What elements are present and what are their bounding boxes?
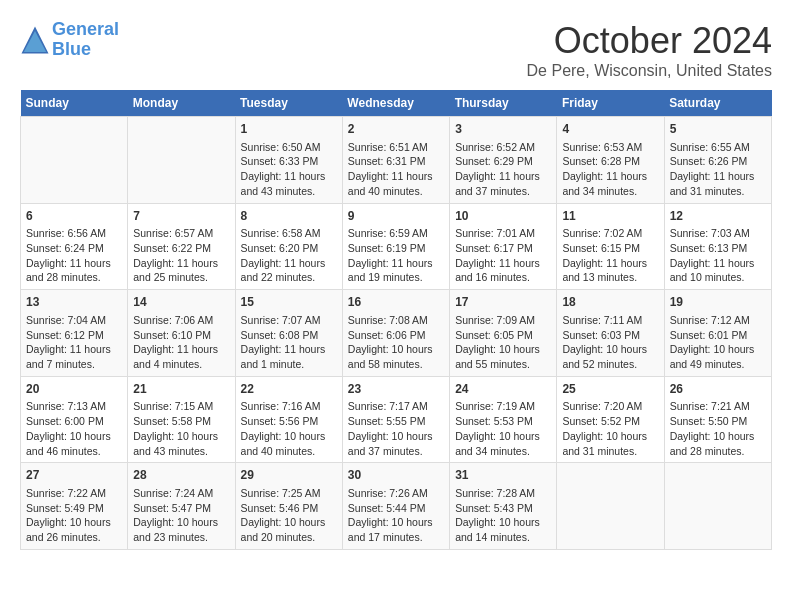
day-number: 15 [241, 294, 337, 311]
day-info: Daylight: 10 hours and 20 minutes. [241, 515, 337, 544]
week-row-3: 13Sunrise: 7:04 AMSunset: 6:12 PMDayligh… [21, 290, 772, 377]
calendar-cell: 12Sunrise: 7:03 AMSunset: 6:13 PMDayligh… [664, 203, 771, 290]
day-info: Sunrise: 6:55 AM [670, 140, 766, 155]
day-info: Sunset: 5:52 PM [562, 414, 658, 429]
day-info: Sunrise: 6:56 AM [26, 226, 122, 241]
day-info: Sunset: 6:20 PM [241, 241, 337, 256]
day-info: Daylight: 11 hours and 34 minutes. [562, 169, 658, 198]
calendar-cell: 8Sunrise: 6:58 AMSunset: 6:20 PMDaylight… [235, 203, 342, 290]
day-info: Sunrise: 7:15 AM [133, 399, 229, 414]
day-info: Sunrise: 6:57 AM [133, 226, 229, 241]
day-number: 1 [241, 121, 337, 138]
day-number: 16 [348, 294, 444, 311]
week-row-5: 27Sunrise: 7:22 AMSunset: 5:49 PMDayligh… [21, 463, 772, 550]
calendar-cell: 26Sunrise: 7:21 AMSunset: 5:50 PMDayligh… [664, 376, 771, 463]
day-info: Sunset: 6:24 PM [26, 241, 122, 256]
week-row-1: 1Sunrise: 6:50 AMSunset: 6:33 PMDaylight… [21, 117, 772, 204]
day-number: 7 [133, 208, 229, 225]
day-header-sunday: Sunday [21, 90, 128, 117]
day-number: 28 [133, 467, 229, 484]
calendar-cell: 13Sunrise: 7:04 AMSunset: 6:12 PMDayligh… [21, 290, 128, 377]
day-info: Sunrise: 7:22 AM [26, 486, 122, 501]
day-info: Sunrise: 7:04 AM [26, 313, 122, 328]
calendar-cell [128, 117, 235, 204]
day-info: Sunrise: 7:01 AM [455, 226, 551, 241]
day-info: Daylight: 11 hours and 13 minutes. [562, 256, 658, 285]
calendar-cell [557, 463, 664, 550]
day-info: Sunrise: 7:21 AM [670, 399, 766, 414]
day-info: Sunrise: 7:12 AM [670, 313, 766, 328]
day-info: Sunset: 6:28 PM [562, 154, 658, 169]
day-info: Sunset: 6:19 PM [348, 241, 444, 256]
logo-text: General Blue [52, 20, 119, 60]
day-number: 2 [348, 121, 444, 138]
day-info: Sunset: 5:50 PM [670, 414, 766, 429]
calendar-cell: 16Sunrise: 7:08 AMSunset: 6:06 PMDayligh… [342, 290, 449, 377]
calendar-cell: 28Sunrise: 7:24 AMSunset: 5:47 PMDayligh… [128, 463, 235, 550]
day-number: 29 [241, 467, 337, 484]
day-info: Sunrise: 7:25 AM [241, 486, 337, 501]
location: De Pere, Wisconsin, United States [527, 62, 772, 80]
day-info: Sunset: 6:15 PM [562, 241, 658, 256]
day-info: Daylight: 10 hours and 40 minutes. [241, 429, 337, 458]
day-info: Sunrise: 7:13 AM [26, 399, 122, 414]
calendar-cell: 18Sunrise: 7:11 AMSunset: 6:03 PMDayligh… [557, 290, 664, 377]
day-number: 30 [348, 467, 444, 484]
day-info: Daylight: 11 hours and 7 minutes. [26, 342, 122, 371]
day-info: Sunrise: 7:17 AM [348, 399, 444, 414]
day-number: 23 [348, 381, 444, 398]
day-number: 21 [133, 381, 229, 398]
day-number: 24 [455, 381, 551, 398]
day-info: Daylight: 11 hours and 19 minutes. [348, 256, 444, 285]
day-info: Sunrise: 6:58 AM [241, 226, 337, 241]
day-info: Daylight: 11 hours and 22 minutes. [241, 256, 337, 285]
day-info: Daylight: 10 hours and 14 minutes. [455, 515, 551, 544]
day-info: Sunset: 5:55 PM [348, 414, 444, 429]
day-info: Sunset: 6:22 PM [133, 241, 229, 256]
calendar-cell: 3Sunrise: 6:52 AMSunset: 6:29 PMDaylight… [450, 117, 557, 204]
day-info: Sunrise: 7:03 AM [670, 226, 766, 241]
svg-marker-1 [24, 31, 47, 52]
day-info: Sunset: 6:10 PM [133, 328, 229, 343]
calendar-table: SundayMondayTuesdayWednesdayThursdayFrid… [20, 90, 772, 550]
day-number: 11 [562, 208, 658, 225]
day-info: Daylight: 11 hours and 10 minutes. [670, 256, 766, 285]
day-info: Sunset: 6:06 PM [348, 328, 444, 343]
calendar-cell: 29Sunrise: 7:25 AMSunset: 5:46 PMDayligh… [235, 463, 342, 550]
day-info: Sunset: 6:17 PM [455, 241, 551, 256]
day-info: Sunset: 5:46 PM [241, 501, 337, 516]
day-info: Sunset: 6:01 PM [670, 328, 766, 343]
title-block: October 2024 De Pere, Wisconsin, United … [527, 20, 772, 80]
week-row-4: 20Sunrise: 7:13 AMSunset: 6:00 PMDayligh… [21, 376, 772, 463]
calendar-cell: 31Sunrise: 7:28 AMSunset: 5:43 PMDayligh… [450, 463, 557, 550]
day-number: 14 [133, 294, 229, 311]
day-info: Sunrise: 6:53 AM [562, 140, 658, 155]
day-info: Sunset: 5:56 PM [241, 414, 337, 429]
day-info: Daylight: 10 hours and 28 minutes. [670, 429, 766, 458]
day-info: Daylight: 10 hours and 46 minutes. [26, 429, 122, 458]
day-info: Daylight: 10 hours and 43 minutes. [133, 429, 229, 458]
day-header-saturday: Saturday [664, 90, 771, 117]
calendar-cell: 19Sunrise: 7:12 AMSunset: 6:01 PMDayligh… [664, 290, 771, 377]
day-info: Sunset: 6:31 PM [348, 154, 444, 169]
day-number: 5 [670, 121, 766, 138]
day-number: 9 [348, 208, 444, 225]
day-number: 4 [562, 121, 658, 138]
day-number: 17 [455, 294, 551, 311]
calendar-cell: 14Sunrise: 7:06 AMSunset: 6:10 PMDayligh… [128, 290, 235, 377]
calendar-cell [664, 463, 771, 550]
day-info: Daylight: 10 hours and 34 minutes. [455, 429, 551, 458]
calendar-cell: 11Sunrise: 7:02 AMSunset: 6:15 PMDayligh… [557, 203, 664, 290]
day-info: Daylight: 10 hours and 58 minutes. [348, 342, 444, 371]
day-info: Sunrise: 7:20 AM [562, 399, 658, 414]
day-info: Daylight: 10 hours and 52 minutes. [562, 342, 658, 371]
day-header-tuesday: Tuesday [235, 90, 342, 117]
calendar-cell: 25Sunrise: 7:20 AMSunset: 5:52 PMDayligh… [557, 376, 664, 463]
day-header-thursday: Thursday [450, 90, 557, 117]
day-info: Sunset: 6:03 PM [562, 328, 658, 343]
day-header-monday: Monday [128, 90, 235, 117]
day-info: Daylight: 11 hours and 43 minutes. [241, 169, 337, 198]
day-info: Sunset: 6:08 PM [241, 328, 337, 343]
day-info: Daylight: 11 hours and 28 minutes. [26, 256, 122, 285]
day-info: Sunrise: 6:50 AM [241, 140, 337, 155]
